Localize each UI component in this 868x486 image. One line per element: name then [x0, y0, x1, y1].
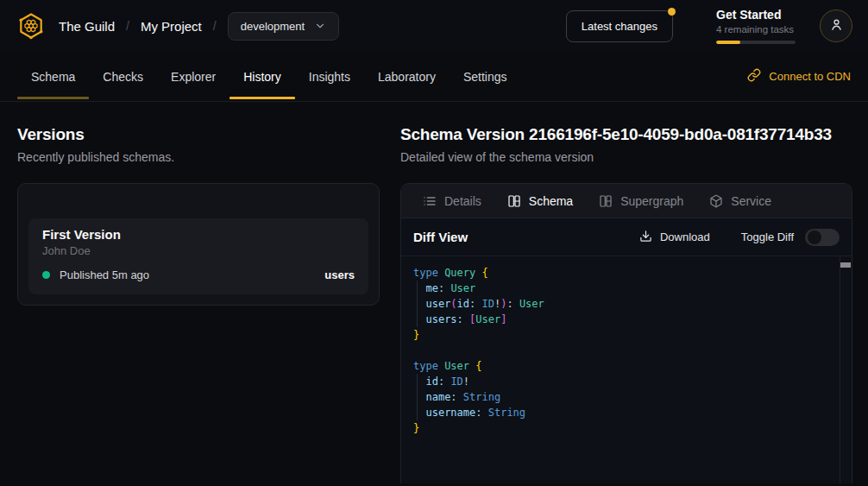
- detail-tab-label: Supergraph: [620, 194, 683, 208]
- code-line: [413, 343, 831, 358]
- environment-label: development: [241, 20, 305, 33]
- hive-logo-icon[interactable]: [16, 10, 47, 41]
- download-icon: [639, 230, 652, 245]
- detail-tab-label: Service: [731, 194, 771, 208]
- schema-version-title: Schema Version 2166196f-5e10-4059-bd0a-0…: [400, 125, 852, 144]
- breadcrumb: The Guild / My Project / development: [59, 12, 339, 41]
- nav-tab-explorer[interactable]: Explorer: [157, 52, 230, 101]
- code-line: }: [413, 420, 831, 436]
- version-author: John Doe: [42, 244, 355, 257]
- latest-changes-label: Latest changes: [582, 20, 657, 33]
- version-status-row: Published 5m ago users: [42, 268, 355, 281]
- scrollbar-thumb[interactable]: [840, 262, 851, 268]
- columns-icon: [599, 194, 613, 208]
- code-line: type Query {: [413, 265, 831, 281]
- notification-dot: [668, 8, 676, 16]
- top-header: The Guild / My Project / development Lat…: [0, 0, 868, 52]
- nav-tab-insights[interactable]: Insights: [295, 52, 364, 101]
- toggle-diff-control: Toggle Diff: [741, 229, 840, 246]
- main-content: Versions Recently published schemas. Fir…: [0, 102, 868, 483]
- columns-icon: [507, 194, 521, 208]
- nav-tab-schema[interactable]: Schema: [17, 52, 89, 101]
- connect-to-cdn-label: Connect to CDN: [769, 70, 851, 83]
- get-started-widget[interactable]: Get Started 4 remaining tasks: [716, 8, 796, 44]
- breadcrumb-separator: /: [126, 19, 129, 33]
- get-started-progressbar: [716, 41, 796, 44]
- version-list-item[interactable]: First Version John Doe Published 5m ago …: [28, 218, 368, 294]
- versions-title: Versions: [17, 125, 380, 144]
- person-icon: [829, 17, 844, 35]
- nav-tab-history[interactable]: History: [230, 52, 295, 101]
- nav-tab-laboratory[interactable]: Laboratory: [364, 52, 450, 101]
- schema-code-editor[interactable]: type Query { me: User user(id: ID!): Use…: [401, 256, 852, 483]
- code-line: name: String: [413, 389, 831, 405]
- link-icon: [747, 68, 761, 85]
- list-icon: [423, 194, 437, 208]
- nav-tab-settings[interactable]: Settings: [450, 52, 521, 101]
- code-line: username: String: [413, 405, 831, 420]
- download-button[interactable]: Download: [639, 230, 710, 245]
- get-started-progress-fill: [716, 41, 740, 44]
- download-label: Download: [660, 230, 710, 243]
- code-line: }: [413, 327, 831, 343]
- detail-tab-label: Schema: [529, 194, 573, 208]
- app-window: The Guild / My Project / development Lat…: [0, 0, 868, 486]
- detail-tab-schema[interactable]: Schema: [494, 184, 586, 218]
- detail-tab-service[interactable]: Service: [696, 184, 784, 218]
- latest-changes-button[interactable]: Latest changes: [566, 10, 673, 42]
- code-line: type User {: [413, 358, 831, 374]
- switch-knob: [808, 230, 821, 244]
- box-icon: [709, 194, 723, 208]
- versions-card: First Version John Doe Published 5m ago …: [17, 183, 380, 306]
- code-line: users: [User]: [413, 312, 831, 327]
- detail-tab-supergraph[interactable]: Supergraph: [586, 184, 696, 218]
- get-started-title: Get Started: [716, 8, 796, 22]
- toggle-diff-switch[interactable]: [805, 229, 840, 246]
- environment-selector[interactable]: development: [228, 12, 339, 41]
- detail-tab-label: Details: [444, 194, 481, 208]
- schema-version-panel: DetailsSchemaSupergraphService Diff View…: [400, 183, 852, 483]
- service-name-badge: users: [324, 268, 355, 281]
- scrollbar-track: [840, 256, 840, 483]
- schema-version-column: Schema Version 2166196f-5e10-4059-bd0a-0…: [400, 125, 852, 483]
- chevron-down-icon: [314, 20, 326, 32]
- breadcrumb-project[interactable]: My Project: [141, 19, 202, 34]
- breadcrumb-org[interactable]: The Guild: [59, 19, 115, 34]
- code-line: user(id: ID!): User: [413, 296, 831, 312]
- versions-subtitle: Recently published schemas.: [17, 150, 380, 164]
- nav-tab-checks[interactable]: Checks: [89, 52, 157, 101]
- diff-toolbar: Diff View Download Toggle Diff: [401, 218, 852, 256]
- detail-tab-details[interactable]: Details: [410, 184, 494, 218]
- schema-version-subtitle: Detailed view of the schema version: [400, 150, 852, 164]
- toggle-diff-label: Toggle Diff: [741, 230, 794, 243]
- code-line: me: User: [413, 281, 831, 296]
- published-status-dot: [42, 271, 50, 279]
- connect-to-cdn-link[interactable]: Connect to CDN: [747, 52, 851, 101]
- detail-tabbar: DetailsSchemaSupergraphService: [401, 184, 852, 218]
- get-started-tasks: 4 remaining tasks: [716, 24, 796, 35]
- versions-column: Versions Recently published schemas. Fir…: [17, 125, 380, 483]
- diff-view-title: Diff View: [413, 230, 468, 244]
- code-line: id: ID!: [413, 374, 831, 389]
- primary-nav: Schema Checks Explorer History Insights …: [0, 52, 868, 102]
- breadcrumb-separator: /: [213, 19, 217, 33]
- version-title: First Version: [42, 227, 355, 242]
- version-status-text: Published 5m ago: [60, 268, 149, 281]
- user-avatar[interactable]: [820, 9, 852, 42]
